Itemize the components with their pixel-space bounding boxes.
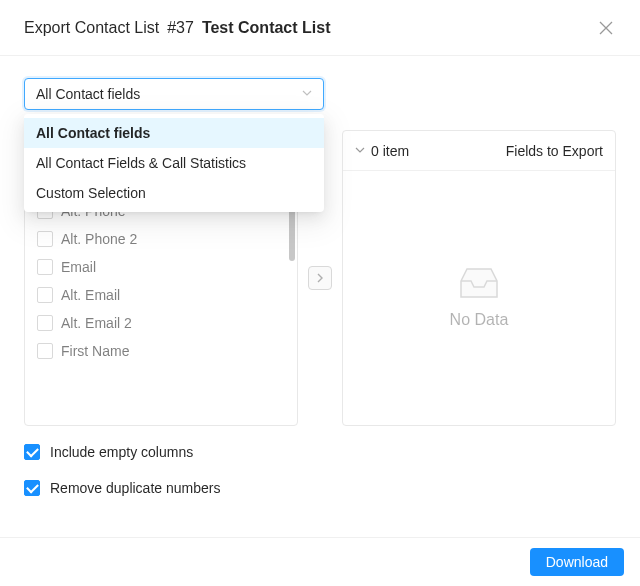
panel-count-right: 0 item <box>355 143 409 159</box>
modal-title: Export Contact List #37 Test Contact Lis… <box>24 19 330 37</box>
title-prefix: Export Contact List <box>24 19 159 37</box>
panel-header-right: 0 item Fields to Export <box>343 131 615 171</box>
dropdown-option-custom[interactable]: Custom Selection <box>24 178 324 208</box>
empty-label: No Data <box>450 311 509 329</box>
remove-duplicate-numbers-checkbox[interactable]: Remove duplicate numbers <box>24 480 616 496</box>
include-empty-columns-checkbox[interactable]: Include empty columns <box>24 444 616 460</box>
transfer-right-button[interactable] <box>308 266 332 290</box>
remove-dup-label: Remove duplicate numbers <box>50 480 220 496</box>
checkbox[interactable] <box>37 259 53 275</box>
export-fields-empty: No Data <box>343 171 615 425</box>
field-label: First Name <box>61 343 129 359</box>
right-count-label: 0 item <box>371 143 409 159</box>
title-id: #37 <box>167 19 194 37</box>
inbox-icon <box>457 267 501 301</box>
field-mode-select[interactable]: All Contact fields <box>24 78 324 110</box>
right-title: Fields to Export <box>506 143 603 159</box>
list-item[interactable]: Alt. Email 2 <box>25 309 297 337</box>
close-icon[interactable] <box>596 18 616 38</box>
modal-body: All Contact fields All Contact fields Al… <box>0 56 640 496</box>
field-label: Alt. Email <box>61 287 120 303</box>
modal-header: Export Contact List #37 Test Contact Lis… <box>0 0 640 56</box>
field-label: Email <box>61 259 96 275</box>
list-item[interactable]: Alt. Email <box>25 281 297 309</box>
checkbox[interactable] <box>37 343 53 359</box>
title-list-name: Test Contact List <box>202 19 331 37</box>
dropdown-option-all-contact-fields[interactable]: All Contact fields <box>24 118 324 148</box>
field-label: Alt. Phone 2 <box>61 231 137 247</box>
chevron-down-icon <box>355 144 365 158</box>
include-empty-label: Include empty columns <box>50 444 193 460</box>
field-label: Alt. Email 2 <box>61 315 132 331</box>
list-item[interactable]: First Name <box>25 337 297 365</box>
dropdown-option-all-and-stats[interactable]: All Contact Fields & Call Statistics <box>24 148 324 178</box>
checkbox[interactable] <box>37 315 53 331</box>
list-item[interactable]: Email <box>25 253 297 281</box>
checkbox[interactable] <box>37 231 53 247</box>
select-dropdown: All Contact fields All Contact Fields & … <box>24 114 324 212</box>
checkbox-checked-icon <box>24 444 40 460</box>
checkbox-checked-icon <box>24 480 40 496</box>
checkbox[interactable] <box>37 287 53 303</box>
list-item[interactable]: Alt. Phone 2 <box>25 225 297 253</box>
download-button[interactable]: Download <box>530 548 624 576</box>
modal-footer: Download <box>0 537 640 586</box>
chevron-down-icon <box>302 87 312 101</box>
select-value: All Contact fields <box>36 86 140 102</box>
export-fields-panel: 0 item Fields to Export No Data <box>342 130 616 426</box>
